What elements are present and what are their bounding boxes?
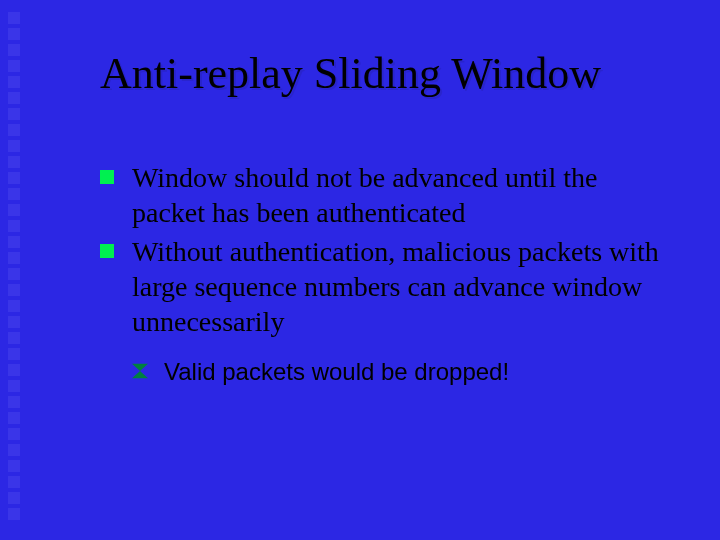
slide-body: Window should not be advanced until the … xyxy=(100,160,670,387)
bullet-level2: Valid packets would be dropped! xyxy=(132,357,670,387)
bullet-text: Valid packets would be dropped! xyxy=(164,358,509,385)
slide: Anti-replay Sliding Window Window should… xyxy=(0,0,720,540)
bullet-text: Window should not be advanced until the … xyxy=(132,162,597,228)
bullet-text: Without authentication, malicious packet… xyxy=(132,236,659,337)
bullet-level1: Without authentication, malicious packet… xyxy=(100,234,670,339)
bullet-level1: Window should not be advanced until the … xyxy=(100,160,670,230)
slide-title: Anti-replay Sliding Window xyxy=(100,48,601,99)
left-decorative-squares xyxy=(8,12,22,528)
